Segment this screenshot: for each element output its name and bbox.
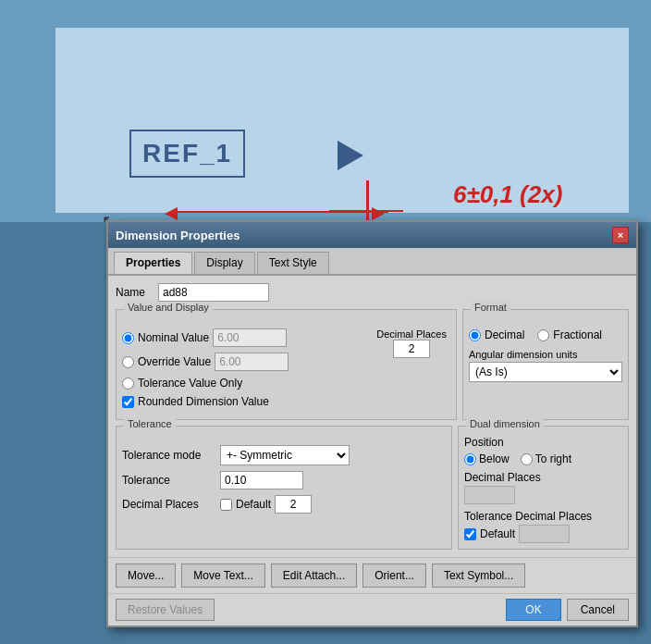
dim-arrow-left	[165, 207, 178, 220]
nominal-input[interactable]	[213, 328, 287, 347]
angular-dim-label: Angular dimension units	[469, 349, 622, 360]
dec-default-label: Default	[236, 498, 271, 511]
dual-dimension-section: Dual dimension Position Below To right D…	[458, 426, 629, 550]
edit-attach-button[interactable]: Edit Attach...	[271, 564, 357, 588]
orient-button[interactable]: Orient...	[362, 564, 426, 588]
top-section-group: Value and Display Nominal Value Override…	[116, 309, 629, 420]
override-input[interactable]	[215, 353, 289, 371]
restore-button[interactable]: Restore Values	[116, 599, 215, 621]
nominal-radio[interactable]	[122, 332, 134, 344]
name-input[interactable]	[158, 283, 269, 302]
dual-dec-input[interactable]	[464, 486, 515, 504]
dec-places-row: Decimal Places Default	[122, 495, 446, 514]
footer-row: Restore Values OK Cancel	[108, 593, 636, 625]
name-label: Name	[116, 286, 153, 299]
canvas-area: REF_1 6±0,1 (2x) ↖	[0, 0, 651, 222]
canvas-inner: REF_1 6±0,1 (2x) ↖	[55, 28, 629, 213]
ref-text: REF_1	[142, 139, 232, 167]
tolerance-title: Tolerance	[124, 418, 176, 429]
below-label: Below	[479, 452, 510, 465]
decimal-label: Decimal	[485, 328, 524, 341]
dual-title: Dual dimension	[466, 418, 544, 429]
dec-places-tol-label: Decimal Places	[122, 498, 215, 511]
decimal-places-input[interactable]	[393, 340, 430, 358]
override-radio[interactable]	[122, 356, 134, 368]
tab-display[interactable]: Display	[194, 252, 254, 274]
tolerance-section: Tolerance Tolerance mode +- Symmetric To…	[116, 426, 452, 550]
ok-button[interactable]: OK	[506, 599, 560, 621]
dimension-properties-dialog: Dimension Properties × Properties Displa…	[106, 220, 638, 627]
dialog-body: Name Value and Display Nominal Value Ove…	[108, 276, 636, 557]
fractional-radio[interactable]	[537, 329, 549, 341]
tab-properties[interactable]: Properties	[114, 252, 192, 274]
value-display-title: Value and Display	[124, 302, 213, 313]
dual-default-label: Default	[480, 527, 515, 540]
ref-box: REF_1	[129, 130, 245, 178]
tol-only-label: Tolerance Value Only	[138, 377, 242, 390]
rounded-checkbox[interactable]	[122, 396, 134, 408]
tol-mode-row: Tolerance mode +- Symmetric	[122, 445, 446, 465]
below-radio[interactable]	[464, 453, 476, 465]
tol-only-row: Tolerance Value Only	[122, 377, 450, 390]
dual-tol-row: Default	[464, 525, 622, 543]
dec-default-checkbox[interactable]	[220, 499, 232, 511]
tab-text-style[interactable]: Text Style	[257, 252, 329, 274]
decimal-places-label: Decimal Places	[376, 328, 447, 340]
move-button[interactable]: Move...	[116, 564, 176, 588]
dec-places-tol-input[interactable]	[275, 495, 312, 514]
dec-checkbox-row: Default	[220, 495, 312, 514]
override-label: Override Value	[138, 355, 211, 368]
dual-tol-label: Tolerance Decimal Places	[464, 510, 622, 523]
dim-value: 6±0,1 (2x)	[453, 180, 562, 209]
dimension-arrow	[338, 141, 363, 170]
decimal-radio-row: Decimal Fractional	[469, 328, 622, 341]
decimal-radio[interactable]	[469, 329, 481, 341]
cancel-button[interactable]: Cancel	[567, 599, 629, 621]
tolerance-mode-select[interactable]: +- Symmetric	[220, 445, 350, 465]
crosshair-horiz	[329, 210, 403, 212]
angular-dim-select[interactable]: (As Is)	[469, 362, 622, 382]
dialog-tabs: Properties Display Text Style	[108, 248, 636, 276]
name-row: Name	[116, 283, 629, 302]
tol-only-radio[interactable]	[122, 378, 134, 390]
dialog-title: Dimension Properties	[116, 229, 240, 242]
to-right-label: To right	[535, 452, 571, 465]
dialog-titlebar: Dimension Properties ×	[108, 222, 636, 248]
decimal-places-box: Decimal Places	[376, 328, 447, 358]
tol-mode-label: Tolerance mode	[122, 449, 215, 462]
to-right-radio[interactable]	[521, 453, 533, 465]
fractional-label: Fractional	[553, 328, 602, 341]
dual-radio-row: Below To right	[464, 452, 622, 465]
bottom-section: Tolerance Tolerance mode +- Symmetric To…	[116, 426, 629, 550]
move-text-button[interactable]: Move Text...	[181, 564, 264, 588]
dual-dec-label: Decimal Places	[464, 471, 622, 484]
dual-tol-input[interactable]	[519, 525, 570, 543]
text-symbol-button[interactable]: Text Symbol...	[432, 564, 525, 588]
tolerance-input[interactable]	[220, 471, 303, 489]
nominal-label: Nominal Value	[138, 331, 209, 344]
format-section: Format Decimal Fractional Angular dimens…	[462, 309, 629, 420]
rounded-row: Rounded Dimension Value	[122, 395, 450, 408]
dual-default-checkbox[interactable]	[464, 528, 476, 540]
format-title: Format	[471, 302, 510, 313]
close-button[interactable]: ×	[612, 227, 629, 243]
button-row: Move... Move Text... Edit Attach... Orie…	[108, 557, 636, 593]
position-label: Position	[464, 436, 622, 449]
rounded-label: Rounded Dimension Value	[138, 395, 269, 408]
tol-label: Tolerance	[122, 474, 215, 487]
value-display-section: Value and Display Nominal Value Override…	[116, 309, 457, 420]
tol-value-row: Tolerance	[122, 471, 446, 489]
